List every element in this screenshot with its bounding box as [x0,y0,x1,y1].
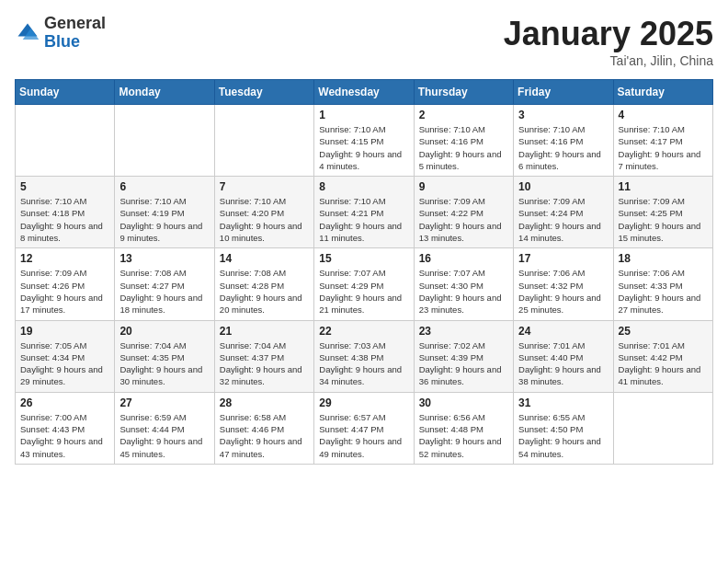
day-number: 5 [20,180,109,193]
day-number: 27 [119,396,209,409]
day-number: 29 [319,396,408,409]
day-info: Sunrise: 7:07 AM Sunset: 4:30 PM Dayligh… [419,267,508,316]
calendar-cell: 7Sunrise: 7:10 AM Sunset: 4:20 PM Daylig… [214,177,313,248]
day-number: 14 [220,252,309,265]
calendar-cell: 29Sunrise: 6:57 AM Sunset: 4:47 PM Dayli… [314,392,414,464]
day-number: 15 [319,252,408,265]
day-info: Sunrise: 7:05 AM Sunset: 4:34 PM Dayligh… [20,339,109,388]
day-number: 22 [319,325,408,338]
weekday-header: Thursday [414,80,513,105]
day-info: Sunrise: 7:04 AM Sunset: 4:37 PM Dayligh… [220,339,309,388]
day-info: Sunrise: 7:00 AM Sunset: 4:43 PM Dayligh… [20,411,109,460]
day-number: 19 [20,325,109,338]
day-info: Sunrise: 7:10 AM Sunset: 4:17 PM Dayligh… [619,123,708,172]
day-number: 23 [419,325,508,338]
weekday-header: Saturday [613,80,712,105]
logo-text: General Blue [44,15,106,52]
weekday-row: SundayMondayTuesdayWednesdayThursdayFrid… [16,80,713,105]
day-number: 16 [419,252,508,265]
day-info: Sunrise: 7:06 AM Sunset: 4:32 PM Dayligh… [518,267,608,316]
day-number: 20 [119,325,209,338]
calendar-cell: 9Sunrise: 7:09 AM Sunset: 4:22 PM Daylig… [414,177,513,248]
day-number: 18 [619,252,708,265]
day-info: Sunrise: 7:09 AM Sunset: 4:22 PM Dayligh… [419,195,508,244]
page-header: General Blue January 2025 Tai'an, Jilin,… [15,15,713,68]
day-info: Sunrise: 7:10 AM Sunset: 4:15 PM Dayligh… [319,123,408,172]
calendar-table: SundayMondayTuesdayWednesdayThursdayFrid… [15,79,713,465]
calendar-cell: 2Sunrise: 7:10 AM Sunset: 4:16 PM Daylig… [414,105,513,177]
calendar-cell: 4Sunrise: 7:10 AM Sunset: 4:17 PM Daylig… [613,105,712,177]
day-info: Sunrise: 7:09 AM Sunset: 4:25 PM Dayligh… [619,195,708,244]
day-info: Sunrise: 7:10 AM Sunset: 4:21 PM Dayligh… [319,195,408,244]
day-number: 30 [419,396,508,409]
day-info: Sunrise: 7:08 AM Sunset: 4:28 PM Dayligh… [220,267,309,316]
calendar-cell: 17Sunrise: 7:06 AM Sunset: 4:32 PM Dayli… [514,248,613,320]
calendar-cell: 30Sunrise: 6:56 AM Sunset: 4:48 PM Dayli… [414,392,513,464]
calendar-cell [16,105,115,177]
weekday-header: Friday [514,80,613,105]
calendar-cell [214,105,313,177]
day-info: Sunrise: 7:02 AM Sunset: 4:39 PM Dayligh… [419,339,508,388]
day-number: 6 [119,180,209,193]
day-number: 10 [518,180,608,193]
calendar-cell: 11Sunrise: 7:09 AM Sunset: 4:25 PM Dayli… [613,177,712,248]
calendar-cell: 21Sunrise: 7:04 AM Sunset: 4:37 PM Dayli… [214,320,313,392]
calendar-cell: 19Sunrise: 7:05 AM Sunset: 4:34 PM Dayli… [16,320,115,392]
day-info: Sunrise: 7:10 AM Sunset: 4:20 PM Dayligh… [220,195,309,244]
calendar-cell [613,392,712,464]
calendar-week-row: 1Sunrise: 7:10 AM Sunset: 4:15 PM Daylig… [16,105,713,177]
day-info: Sunrise: 7:10 AM Sunset: 4:16 PM Dayligh… [518,123,608,172]
day-info: Sunrise: 6:56 AM Sunset: 4:48 PM Dayligh… [419,411,508,460]
calendar-week-row: 26Sunrise: 7:00 AM Sunset: 4:43 PM Dayli… [16,392,713,464]
day-info: Sunrise: 7:09 AM Sunset: 4:24 PM Dayligh… [518,195,608,244]
day-info: Sunrise: 7:04 AM Sunset: 4:35 PM Dayligh… [119,339,209,388]
month-title: January 2025 [504,15,713,53]
weekday-header: Wednesday [314,80,414,105]
calendar-cell: 5Sunrise: 7:10 AM Sunset: 4:18 PM Daylig… [16,177,115,248]
calendar-cell: 22Sunrise: 7:03 AM Sunset: 4:38 PM Dayli… [314,320,414,392]
day-number: 12 [20,252,109,265]
calendar-cell: 15Sunrise: 7:07 AM Sunset: 4:29 PM Dayli… [314,248,414,320]
calendar-cell: 10Sunrise: 7:09 AM Sunset: 4:24 PM Dayli… [514,177,613,248]
day-number: 11 [619,180,708,193]
day-info: Sunrise: 6:57 AM Sunset: 4:47 PM Dayligh… [319,411,408,460]
day-number: 31 [518,396,608,409]
calendar-cell: 8Sunrise: 7:10 AM Sunset: 4:21 PM Daylig… [314,177,414,248]
calendar-cell: 3Sunrise: 7:10 AM Sunset: 4:16 PM Daylig… [514,105,613,177]
weekday-header: Sunday [16,80,115,105]
calendar-body: 1Sunrise: 7:10 AM Sunset: 4:15 PM Daylig… [16,105,713,465]
day-number: 21 [220,325,309,338]
location: Tai'an, Jilin, China [504,53,713,68]
calendar-cell [115,105,214,177]
day-number: 9 [419,180,508,193]
calendar-cell: 27Sunrise: 6:59 AM Sunset: 4:44 PM Dayli… [115,392,214,464]
logo-blue: Blue [44,33,106,52]
day-info: Sunrise: 7:10 AM Sunset: 4:19 PM Dayligh… [119,195,209,244]
title-block: January 2025 Tai'an, Jilin, China [504,15,713,68]
logo-general: General [44,15,106,33]
calendar-header: SundayMondayTuesdayWednesdayThursdayFrid… [16,80,713,105]
day-info: Sunrise: 6:59 AM Sunset: 4:44 PM Dayligh… [119,411,209,460]
day-info: Sunrise: 6:58 AM Sunset: 4:46 PM Dayligh… [220,411,309,460]
day-number: 8 [319,180,408,193]
weekday-header: Monday [115,80,214,105]
day-info: Sunrise: 7:01 AM Sunset: 4:40 PM Dayligh… [518,339,608,388]
calendar-cell: 12Sunrise: 7:09 AM Sunset: 4:26 PM Dayli… [16,248,115,320]
day-number: 4 [619,109,708,121]
day-number: 7 [220,180,309,193]
weekday-header: Tuesday [214,80,313,105]
day-number: 2 [419,109,508,121]
day-info: Sunrise: 6:55 AM Sunset: 4:50 PM Dayligh… [518,411,608,460]
calendar-cell: 25Sunrise: 7:01 AM Sunset: 4:42 PM Dayli… [613,320,712,392]
day-number: 1 [319,109,408,121]
day-info: Sunrise: 7:10 AM Sunset: 4:16 PM Dayligh… [419,123,508,172]
calendar-cell: 23Sunrise: 7:02 AM Sunset: 4:39 PM Dayli… [414,320,513,392]
day-number: 25 [619,325,708,338]
calendar-cell: 13Sunrise: 7:08 AM Sunset: 4:27 PM Dayli… [115,248,214,320]
day-number: 13 [119,252,209,265]
day-info: Sunrise: 7:07 AM Sunset: 4:29 PM Dayligh… [319,267,408,316]
day-info: Sunrise: 7:10 AM Sunset: 4:18 PM Dayligh… [20,195,109,244]
logo: General Blue [15,15,106,52]
calendar-cell: 16Sunrise: 7:07 AM Sunset: 4:30 PM Dayli… [414,248,513,320]
calendar-cell: 6Sunrise: 7:10 AM Sunset: 4:19 PM Daylig… [115,177,214,248]
